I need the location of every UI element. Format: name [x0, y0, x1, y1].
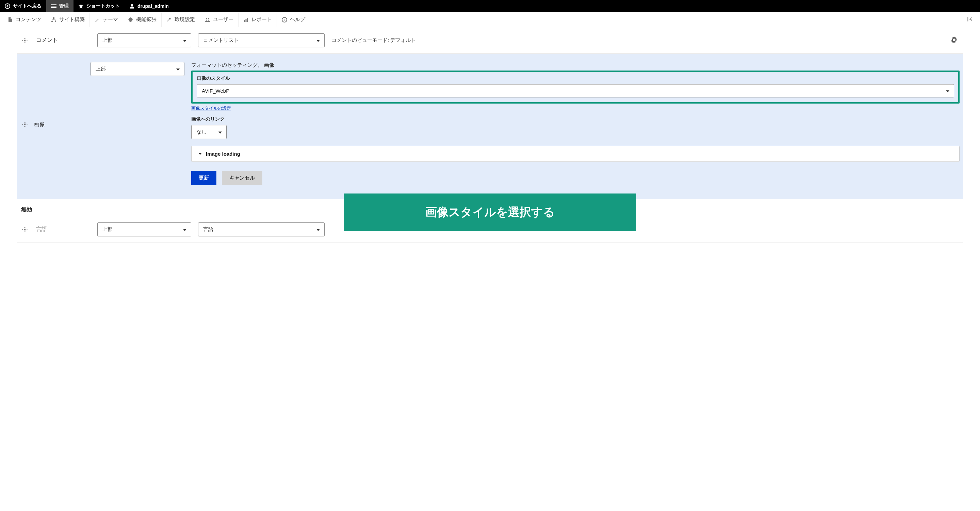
format-select-value: コメントリスト: [198, 34, 325, 47]
gear-icon: [951, 37, 958, 43]
back-to-site-link[interactable]: サイトへ戻る: [0, 0, 46, 12]
drag-handle-icon[interactable]: [21, 225, 29, 234]
help-icon: ?: [282, 17, 287, 22]
star-icon: [78, 3, 84, 9]
menu-reports-label: レポート: [251, 16, 272, 23]
menu-help[interactable]: ? ヘルプ: [277, 12, 310, 27]
svg-point-0: [5, 4, 10, 8]
svg-rect-12: [247, 18, 248, 22]
top-admin-bar: サイトへ戻る 管理 ショートカット drupal_admin: [0, 0, 980, 12]
image-loading-label: Image loading: [206, 151, 240, 157]
chevron-down-icon: [198, 152, 202, 156]
svg-point-4: [131, 4, 133, 6]
shortcuts-label: ショートカット: [86, 3, 120, 9]
field-label-language: 言語: [36, 226, 91, 233]
menu-config-label: 環境設定: [175, 16, 195, 23]
document-icon: [8, 17, 13, 22]
region-select-comment[interactable]: 上部: [97, 34, 191, 47]
back-to-site-label: サイトへ戻る: [13, 3, 41, 9]
image-style-value: AVIF_WebP: [197, 84, 954, 97]
image-style-highlight-box: 画像のスタイル AVIF_WebP: [191, 70, 959, 104]
format-settings-heading: フォーマットのセッティング。 画像: [191, 62, 959, 69]
format-select-language[interactable]: 言語: [198, 222, 325, 236]
menu-people-label: ユーザー: [213, 16, 234, 23]
menu-appearance[interactable]: テーマ: [90, 12, 123, 27]
image-loading-details[interactable]: Image loading: [191, 146, 959, 162]
user-icon: [129, 3, 135, 9]
field-summary-comment: コメントのビューモード: デフォルト: [331, 37, 942, 44]
field-row-comment: コメント 上部 コメントリスト コメントのビューモード: デフォルト: [17, 27, 963, 54]
field-row-image: 画像 上部 フォーマットのセッティング。 画像 画像のスタイル AVIF_Web…: [17, 54, 963, 199]
svg-rect-10: [244, 20, 245, 22]
svg-rect-11: [246, 19, 247, 22]
hamburger-icon: [51, 3, 56, 9]
settings-gear-button[interactable]: [949, 34, 959, 47]
region-select-value: 上部: [97, 34, 191, 47]
fs-heading-prefix: フォーマットのセッティング。: [191, 62, 264, 68]
region-select-language[interactable]: 上部: [97, 222, 191, 236]
people-icon: [205, 17, 210, 22]
wrench-icon: [166, 17, 172, 22]
field-label-image: 画像: [34, 121, 89, 128]
svg-point-8: [206, 18, 207, 19]
update-button[interactable]: 更新: [191, 171, 216, 185]
image-style-label: 画像のスタイル: [197, 75, 954, 81]
region-select-image[interactable]: 上部: [91, 62, 185, 76]
menu-extend[interactable]: 機能拡張: [123, 12, 162, 27]
menu-extend-label: 機能拡張: [136, 16, 156, 23]
svg-rect-6: [51, 21, 53, 22]
drag-handle-icon[interactable]: [21, 36, 29, 45]
field-label-comment: コメント: [36, 37, 91, 44]
image-style-select[interactable]: AVIF_WebP: [197, 84, 954, 97]
format-select-value: 言語: [198, 222, 325, 236]
cancel-button[interactable]: キャンセル: [222, 171, 262, 185]
manage-toggle[interactable]: 管理: [46, 0, 73, 12]
menu-help-label: ヘルプ: [290, 16, 305, 23]
svg-rect-5: [53, 18, 54, 19]
svg-rect-7: [55, 21, 56, 22]
annotation-banner: 画像スタイルを選択する: [344, 193, 636, 231]
menu-structure-label: サイト構築: [59, 16, 85, 23]
chart-icon: [243, 17, 249, 22]
menu-config[interactable]: 環境設定: [162, 12, 200, 27]
drag-handle-icon[interactable]: [21, 120, 29, 129]
svg-rect-2: [51, 6, 56, 6]
back-arrow-icon: [5, 3, 10, 9]
menu-content-label: コンテンツ: [16, 16, 41, 23]
menu-appearance-label: テーマ: [103, 16, 118, 23]
image-style-config-link[interactable]: 画像スタイルの設定: [191, 105, 231, 112]
image-link-label: 画像へのリンク: [191, 116, 959, 122]
image-format-settings: フォーマットのセッティング。 画像 画像のスタイル AVIF_WebP 画像スタ…: [191, 62, 959, 185]
svg-rect-1: [51, 5, 56, 5]
region-select-value: 上部: [97, 222, 191, 236]
svg-text:?: ?: [283, 18, 285, 22]
shortcuts-link[interactable]: ショートカット: [73, 0, 124, 12]
image-link-select[interactable]: なし: [191, 125, 227, 139]
fs-heading-bold: 画像: [264, 62, 274, 68]
menu-people[interactable]: ユーザー: [200, 12, 239, 27]
collapse-left-icon: [967, 16, 973, 22]
format-action-buttons: 更新 キャンセル: [191, 171, 959, 185]
svg-rect-15: [967, 17, 968, 21]
menu-reports[interactable]: レポート: [239, 12, 277, 27]
menu-collapse-toggle[interactable]: [963, 16, 977, 24]
svg-rect-3: [51, 7, 56, 8]
svg-point-9: [208, 18, 209, 19]
sitemap-icon: [51, 17, 56, 22]
user-menu[interactable]: drupal_admin: [124, 0, 173, 12]
manage-label: 管理: [59, 3, 69, 9]
menu-structure[interactable]: サイト構築: [46, 12, 90, 27]
admin-secondary-menu: コンテンツ サイト構築 テーマ 機能拡張 環境設定 ユーザー レポート ? ヘル…: [0, 12, 980, 27]
format-select-comment[interactable]: コメントリスト: [198, 34, 325, 47]
menu-content[interactable]: コンテンツ: [3, 12, 46, 27]
region-select-value: 上部: [91, 62, 185, 76]
user-label: drupal_admin: [137, 3, 169, 9]
image-link-value: なし: [191, 125, 227, 139]
wand-icon: [95, 17, 100, 22]
puzzle-icon: [128, 17, 134, 22]
